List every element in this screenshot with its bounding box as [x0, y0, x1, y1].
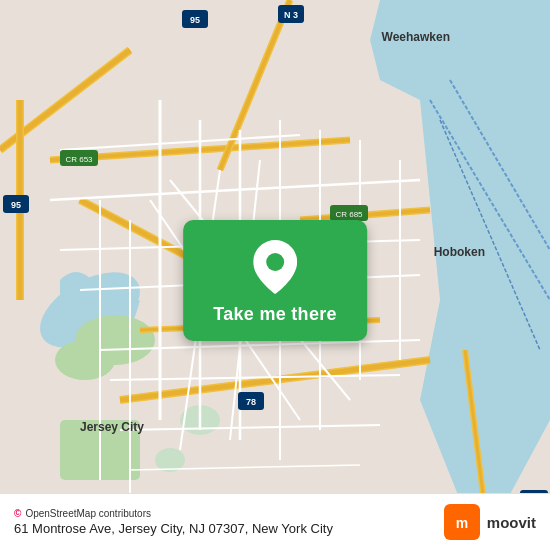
map-container: 95 95 N 3 78 9A CR 653 CR 685 CR 644 Wee…: [0, 0, 550, 550]
green-card[interactable]: Take me there: [183, 220, 367, 341]
svg-text:N 3: N 3: [284, 10, 298, 20]
address-text: 61 Montrose Ave, Jersey City, NJ 07307, …: [14, 521, 444, 536]
svg-text:m: m: [456, 515, 468, 531]
svg-point-67: [266, 253, 284, 271]
svg-text:95: 95: [11, 200, 21, 210]
address-line1: 61 Montrose Ave, Jersey City, NJ 07307,: [14, 521, 248, 536]
moovit-wordmark: moovit: [487, 514, 536, 531]
take-me-there-button[interactable]: Take me there: [213, 304, 337, 325]
take-me-there-container[interactable]: Take me there: [183, 220, 367, 341]
osm-credit: © OpenStreetMap contributors: [14, 508, 444, 519]
moovit-logo: m moovit: [444, 504, 536, 540]
location-pin-icon: [253, 240, 297, 294]
svg-point-5: [55, 340, 115, 380]
bottom-left: © OpenStreetMap contributors 61 Montrose…: [14, 508, 444, 536]
svg-text:95: 95: [190, 15, 200, 25]
bottom-bar: © OpenStreetMap contributors 61 Montrose…: [0, 493, 550, 550]
svg-text:78: 78: [246, 397, 256, 407]
osm-text: OpenStreetMap contributors: [25, 508, 151, 519]
moovit-icon: m: [444, 504, 480, 540]
svg-text:CR 685: CR 685: [335, 210, 363, 219]
osm-logo: ©: [14, 508, 21, 519]
address-line2: New York City: [252, 521, 333, 536]
svg-text:CR 653: CR 653: [65, 155, 93, 164]
